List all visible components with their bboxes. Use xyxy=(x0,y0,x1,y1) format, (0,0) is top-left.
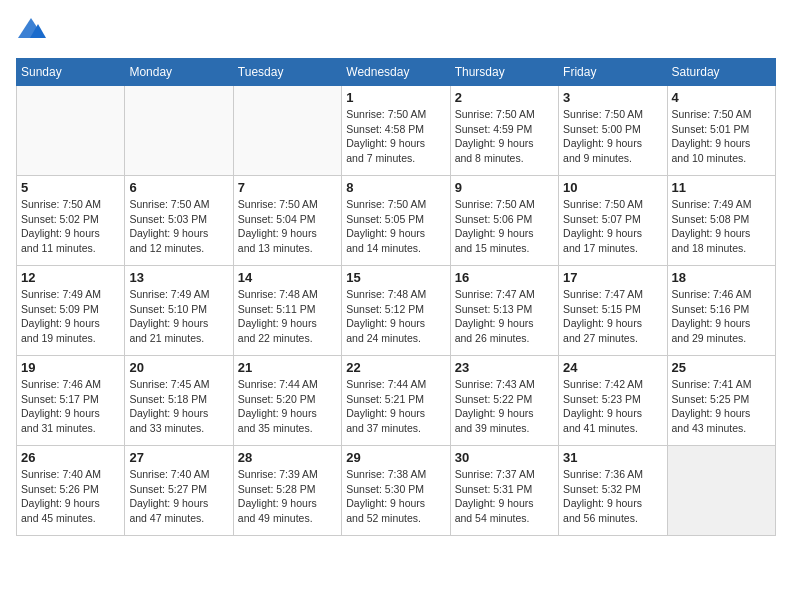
day-info: Sunrise: 7:45 AMSunset: 5:18 PMDaylight:… xyxy=(129,377,228,436)
day-number: 13 xyxy=(129,270,228,285)
calendar-cell: 8Sunrise: 7:50 AMSunset: 5:05 PMDaylight… xyxy=(342,176,450,266)
day-info: Sunrise: 7:50 AMSunset: 5:05 PMDaylight:… xyxy=(346,197,445,256)
day-number: 14 xyxy=(238,270,337,285)
day-number: 24 xyxy=(563,360,662,375)
weekday-header: Saturday xyxy=(667,59,775,86)
day-info: Sunrise: 7:50 AMSunset: 5:06 PMDaylight:… xyxy=(455,197,554,256)
calendar-cell: 29Sunrise: 7:38 AMSunset: 5:30 PMDayligh… xyxy=(342,446,450,536)
day-number: 10 xyxy=(563,180,662,195)
day-info: Sunrise: 7:50 AMSunset: 5:01 PMDaylight:… xyxy=(672,107,771,166)
calendar-cell: 25Sunrise: 7:41 AMSunset: 5:25 PMDayligh… xyxy=(667,356,775,446)
day-info: Sunrise: 7:48 AMSunset: 5:12 PMDaylight:… xyxy=(346,287,445,346)
day-number: 30 xyxy=(455,450,554,465)
calendar-cell xyxy=(125,86,233,176)
day-number: 19 xyxy=(21,360,120,375)
day-info: Sunrise: 7:42 AMSunset: 5:23 PMDaylight:… xyxy=(563,377,662,436)
weekday-header: Sunday xyxy=(17,59,125,86)
calendar-cell xyxy=(667,446,775,536)
calendar-cell: 1Sunrise: 7:50 AMSunset: 4:58 PMDaylight… xyxy=(342,86,450,176)
day-number: 2 xyxy=(455,90,554,105)
day-info: Sunrise: 7:50 AMSunset: 5:00 PMDaylight:… xyxy=(563,107,662,166)
day-info: Sunrise: 7:50 AMSunset: 5:03 PMDaylight:… xyxy=(129,197,228,256)
day-info: Sunrise: 7:43 AMSunset: 5:22 PMDaylight:… xyxy=(455,377,554,436)
day-number: 4 xyxy=(672,90,771,105)
day-number: 15 xyxy=(346,270,445,285)
calendar-cell: 7Sunrise: 7:50 AMSunset: 5:04 PMDaylight… xyxy=(233,176,341,266)
calendar-cell: 19Sunrise: 7:46 AMSunset: 5:17 PMDayligh… xyxy=(17,356,125,446)
weekday-header: Monday xyxy=(125,59,233,86)
day-info: Sunrise: 7:41 AMSunset: 5:25 PMDaylight:… xyxy=(672,377,771,436)
day-info: Sunrise: 7:37 AMSunset: 5:31 PMDaylight:… xyxy=(455,467,554,526)
day-number: 8 xyxy=(346,180,445,195)
day-number: 28 xyxy=(238,450,337,465)
day-number: 5 xyxy=(21,180,120,195)
day-info: Sunrise: 7:48 AMSunset: 5:11 PMDaylight:… xyxy=(238,287,337,346)
day-number: 11 xyxy=(672,180,771,195)
day-number: 20 xyxy=(129,360,228,375)
weekday-header: Tuesday xyxy=(233,59,341,86)
day-info: Sunrise: 7:49 AMSunset: 5:09 PMDaylight:… xyxy=(21,287,120,346)
calendar-cell: 6Sunrise: 7:50 AMSunset: 5:03 PMDaylight… xyxy=(125,176,233,266)
calendar-cell: 24Sunrise: 7:42 AMSunset: 5:23 PMDayligh… xyxy=(559,356,667,446)
day-info: Sunrise: 7:47 AMSunset: 5:15 PMDaylight:… xyxy=(563,287,662,346)
day-info: Sunrise: 7:44 AMSunset: 5:20 PMDaylight:… xyxy=(238,377,337,436)
day-number: 23 xyxy=(455,360,554,375)
day-info: Sunrise: 7:44 AMSunset: 5:21 PMDaylight:… xyxy=(346,377,445,436)
day-info: Sunrise: 7:36 AMSunset: 5:32 PMDaylight:… xyxy=(563,467,662,526)
calendar-cell: 18Sunrise: 7:46 AMSunset: 5:16 PMDayligh… xyxy=(667,266,775,356)
weekday-header: Thursday xyxy=(450,59,558,86)
calendar-cell: 11Sunrise: 7:49 AMSunset: 5:08 PMDayligh… xyxy=(667,176,775,266)
calendar-cell: 13Sunrise: 7:49 AMSunset: 5:10 PMDayligh… xyxy=(125,266,233,356)
calendar-table: SundayMondayTuesdayWednesdayThursdayFrid… xyxy=(16,58,776,536)
day-number: 9 xyxy=(455,180,554,195)
day-info: Sunrise: 7:50 AMSunset: 4:59 PMDaylight:… xyxy=(455,107,554,166)
day-info: Sunrise: 7:50 AMSunset: 5:04 PMDaylight:… xyxy=(238,197,337,256)
logo xyxy=(16,16,50,46)
calendar-cell: 9Sunrise: 7:50 AMSunset: 5:06 PMDaylight… xyxy=(450,176,558,266)
calendar-cell: 20Sunrise: 7:45 AMSunset: 5:18 PMDayligh… xyxy=(125,356,233,446)
calendar-cell: 27Sunrise: 7:40 AMSunset: 5:27 PMDayligh… xyxy=(125,446,233,536)
day-number: 16 xyxy=(455,270,554,285)
calendar-cell: 10Sunrise: 7:50 AMSunset: 5:07 PMDayligh… xyxy=(559,176,667,266)
calendar-cell: 12Sunrise: 7:49 AMSunset: 5:09 PMDayligh… xyxy=(17,266,125,356)
day-number: 22 xyxy=(346,360,445,375)
calendar-cell: 23Sunrise: 7:43 AMSunset: 5:22 PMDayligh… xyxy=(450,356,558,446)
calendar-cell: 4Sunrise: 7:50 AMSunset: 5:01 PMDaylight… xyxy=(667,86,775,176)
day-number: 17 xyxy=(563,270,662,285)
day-number: 27 xyxy=(129,450,228,465)
calendar-cell: 3Sunrise: 7:50 AMSunset: 5:00 PMDaylight… xyxy=(559,86,667,176)
calendar-cell xyxy=(17,86,125,176)
day-info: Sunrise: 7:40 AMSunset: 5:26 PMDaylight:… xyxy=(21,467,120,526)
day-info: Sunrise: 7:38 AMSunset: 5:30 PMDaylight:… xyxy=(346,467,445,526)
calendar-header: SundayMondayTuesdayWednesdayThursdayFrid… xyxy=(17,59,776,86)
page-header xyxy=(16,16,776,46)
day-info: Sunrise: 7:50 AMSunset: 5:02 PMDaylight:… xyxy=(21,197,120,256)
weekday-header: Friday xyxy=(559,59,667,86)
day-info: Sunrise: 7:46 AMSunset: 5:16 PMDaylight:… xyxy=(672,287,771,346)
calendar-cell: 28Sunrise: 7:39 AMSunset: 5:28 PMDayligh… xyxy=(233,446,341,536)
day-info: Sunrise: 7:49 AMSunset: 5:10 PMDaylight:… xyxy=(129,287,228,346)
weekday-header: Wednesday xyxy=(342,59,450,86)
calendar-cell: 15Sunrise: 7:48 AMSunset: 5:12 PMDayligh… xyxy=(342,266,450,356)
day-number: 21 xyxy=(238,360,337,375)
calendar-cell: 30Sunrise: 7:37 AMSunset: 5:31 PMDayligh… xyxy=(450,446,558,536)
day-number: 3 xyxy=(563,90,662,105)
day-number: 1 xyxy=(346,90,445,105)
calendar-cell: 2Sunrise: 7:50 AMSunset: 4:59 PMDaylight… xyxy=(450,86,558,176)
calendar-cell: 5Sunrise: 7:50 AMSunset: 5:02 PMDaylight… xyxy=(17,176,125,266)
day-number: 29 xyxy=(346,450,445,465)
day-info: Sunrise: 7:40 AMSunset: 5:27 PMDaylight:… xyxy=(129,467,228,526)
day-number: 26 xyxy=(21,450,120,465)
day-number: 12 xyxy=(21,270,120,285)
logo-icon xyxy=(16,16,46,46)
day-info: Sunrise: 7:39 AMSunset: 5:28 PMDaylight:… xyxy=(238,467,337,526)
calendar-cell xyxy=(233,86,341,176)
day-info: Sunrise: 7:50 AMSunset: 4:58 PMDaylight:… xyxy=(346,107,445,166)
calendar-cell: 31Sunrise: 7:36 AMSunset: 5:32 PMDayligh… xyxy=(559,446,667,536)
day-info: Sunrise: 7:46 AMSunset: 5:17 PMDaylight:… xyxy=(21,377,120,436)
day-info: Sunrise: 7:50 AMSunset: 5:07 PMDaylight:… xyxy=(563,197,662,256)
calendar-cell: 17Sunrise: 7:47 AMSunset: 5:15 PMDayligh… xyxy=(559,266,667,356)
day-number: 6 xyxy=(129,180,228,195)
calendar-cell: 16Sunrise: 7:47 AMSunset: 5:13 PMDayligh… xyxy=(450,266,558,356)
day-number: 25 xyxy=(672,360,771,375)
